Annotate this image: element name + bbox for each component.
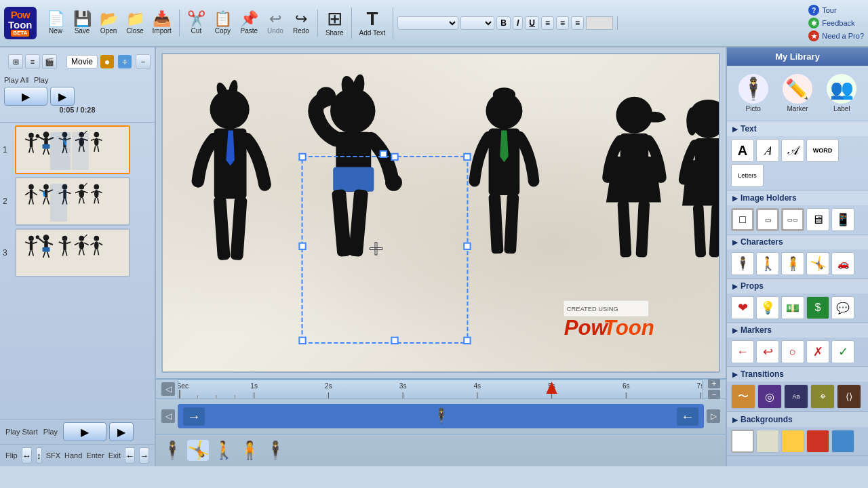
play-button-bottom[interactable]: ▶ [109, 422, 134, 441]
cut-button[interactable]: ✂️ Cut [184, 9, 209, 37]
text-color-picker[interactable] [586, 16, 613, 30]
lib-trans-item-3[interactable]: Aa [784, 384, 808, 409]
lib-prop-item-3[interactable]: 💵 [781, 296, 804, 319]
paste-button[interactable]: 📌 Paste [237, 9, 262, 37]
lib-img-item-5[interactable]: 📱 [831, 208, 854, 231]
track-enter-arrow[interactable]: → [183, 407, 205, 426]
font-family-select[interactable] [397, 16, 458, 30]
lib-section-props-header[interactable]: ▶ Props [727, 279, 868, 293]
lib-char-item-4[interactable]: 🤸 [806, 252, 829, 275]
new-button[interactable]: 📄 New [43, 9, 68, 37]
lib-bg-swatch-3[interactable] [781, 430, 804, 453]
scene-thumb-1[interactable] [15, 125, 130, 174]
track-scroll-left-button[interactable]: ◁ [161, 409, 175, 423]
char-icon-1[interactable]: 🕴 [161, 440, 183, 461]
play-button-top[interactable]: ▶ [50, 87, 75, 106]
lib-text-item-5[interactable]: Letters [731, 164, 764, 187]
flip-v-button[interactable]: ↕ [36, 447, 42, 464]
underline-button[interactable]: U [525, 16, 539, 30]
import-button[interactable]: 📥 Import [149, 9, 175, 37]
redo-button[interactable]: ↪ Redo [289, 9, 313, 37]
align-center-button[interactable]: ≡ [556, 16, 569, 30]
movie-minus-button[interactable]: − [136, 54, 151, 69]
lib-prop-item-1[interactable]: ❤ [731, 296, 754, 319]
lib-img-item-2[interactable]: ▭ [756, 208, 779, 231]
lib-section-image-header[interactable]: ▶ Image Holders [727, 190, 868, 205]
lib-img-item-4[interactable]: 🖥 [806, 208, 829, 231]
lib-img-item-1[interactable]: □ [731, 208, 754, 231]
lib-text-item-1[interactable]: A [731, 139, 754, 162]
flip-h-button[interactable]: ↔ [22, 447, 32, 464]
stage[interactable]: ✛ [161, 53, 720, 373]
close-button[interactable]: 📁 Close [123, 9, 148, 37]
lib-marker-item-2[interactable]: ↩ [756, 340, 779, 363]
lib-section-backgrounds-header[interactable]: ▶ Backgrounds [727, 412, 868, 427]
track-exit-arrow[interactable]: ← [677, 407, 698, 426]
enter-right-button[interactable]: → [139, 447, 149, 464]
zoom-out-button[interactable]: − [708, 390, 720, 399]
lib-marker-item-5[interactable]: ✓ [831, 340, 854, 363]
align-left-button[interactable]: ≡ [541, 16, 554, 30]
scene-item-2[interactable]: 2 [3, 177, 152, 226]
copy-button[interactable]: 📋 Copy [210, 9, 235, 37]
track-container[interactable]: → 🕴 ← [178, 404, 704, 428]
feedback-button[interactable]: ✱ Feedback [808, 18, 864, 28]
char-icon-3[interactable]: 🚶 [213, 440, 235, 461]
bold-button[interactable]: B [496, 16, 511, 30]
lib-avatar-marker[interactable]: ✏️ Marker [778, 71, 817, 115]
lib-trans-item-2[interactable]: ◎ [757, 384, 782, 409]
lib-text-item-2[interactable]: 𝐴 [756, 139, 779, 162]
lib-bg-swatch-5[interactable] [831, 430, 854, 453]
lib-section-markers-header[interactable]: ▶ Markers [727, 323, 868, 338]
lib-text-item-3[interactable]: 𝒜 [781, 139, 804, 162]
zoom-in-button[interactable]: + [708, 379, 720, 388]
lib-trans-item-5[interactable]: ⟨⟩ [837, 384, 861, 409]
save-button[interactable]: 💾 Save [70, 9, 95, 37]
lib-marker-item-3[interactable]: ○ [781, 340, 804, 363]
tour-button[interactable]: ? Tour [808, 5, 864, 16]
play-start-button[interactable]: ▶ [63, 422, 106, 441]
lib-prop-item-2[interactable]: 💡 [756, 296, 779, 319]
open-button[interactable]: 📂 Open [96, 9, 121, 37]
lib-trans-item-4[interactable]: ⌖ [810, 384, 835, 409]
view-grid-button[interactable]: ⊞ [8, 54, 23, 69]
char-icon-2[interactable]: 🤸 [187, 440, 209, 461]
lib-bg-swatch-2[interactable] [756, 430, 779, 453]
lib-marker-item-1[interactable]: ← [731, 340, 754, 363]
lib-avatar-label[interactable]: 👥 Label [822, 71, 861, 115]
scene-thumb-3[interactable] [15, 228, 130, 277]
add-text-button[interactable]: T Add Text [356, 7, 389, 39]
lib-char-item-2[interactable]: 🚶 [756, 252, 779, 275]
lib-prop-item-4[interactable]: $ [806, 296, 829, 319]
lib-section-characters-header[interactable]: ▶ Characters [727, 235, 868, 249]
lib-char-item-3[interactable]: 🧍 [781, 252, 804, 275]
lib-marker-item-4[interactable]: ✗ [806, 340, 829, 363]
lib-bg-swatch-1[interactable] [731, 430, 754, 453]
scene-item-3[interactable]: 3 [3, 228, 152, 277]
lib-char-item-1[interactable]: 🕴 [731, 252, 754, 275]
movie-add-button[interactable]: + [118, 55, 132, 68]
lib-section-text-header[interactable]: ▶ Text [727, 121, 868, 136]
need-pro-button[interactable]: ★ Need a Pro? [808, 30, 864, 41]
lib-text-item-4[interactable]: WORD [806, 139, 839, 162]
align-right-button[interactable]: ≡ [571, 16, 584, 30]
scene-thumb-2[interactable] [15, 177, 130, 226]
scene-item-1[interactable]: 1 [3, 125, 152, 174]
char-icon-4[interactable]: 🧍 [239, 440, 260, 461]
movie-sub-button[interactable]: ● [100, 55, 114, 68]
lib-bg-swatch-4[interactable] [806, 430, 829, 453]
lib-prop-item-5[interactable]: 💬 [831, 296, 854, 319]
view-film-button[interactable]: 🎬 [42, 54, 57, 69]
italic-button[interactable]: I [513, 16, 523, 30]
enter-left-button[interactable]: ← [125, 447, 135, 464]
lib-section-transitions-header[interactable]: ▶ Transitions [727, 367, 868, 382]
lib-avatar-picto[interactable]: 🕴 Picto [734, 71, 773, 115]
lib-trans-item-1[interactable]: 〜 [731, 384, 755, 409]
play-all-button[interactable]: ▶ [4, 87, 47, 106]
char-icon-5[interactable]: 🕴 [264, 440, 286, 461]
lib-char-item-5[interactable]: 🚗 [831, 252, 854, 275]
view-list-button[interactable]: ≡ [25, 54, 40, 69]
undo-button[interactable]: ↩ Undo [263, 9, 288, 37]
share-button[interactable]: ⊞ Share [322, 7, 347, 39]
track-scroll-right-button[interactable]: ▷ [707, 409, 720, 423]
